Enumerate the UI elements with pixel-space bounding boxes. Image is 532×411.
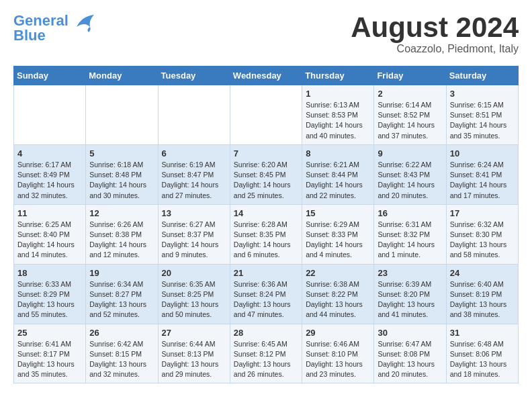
day-number: 14	[234, 208, 298, 218]
weekday-header: Thursday	[302, 66, 374, 85]
day-info: Sunrise: 6:19 AMSunset: 8:47 PMDaylight:…	[162, 160, 226, 201]
weekday-header: Monday	[86, 66, 158, 85]
calendar-cell: 16Sunrise: 6:31 AMSunset: 8:32 PMDayligh…	[374, 204, 446, 264]
calendar-body: 1Sunrise: 6:13 AMSunset: 8:53 PMDaylight…	[14, 85, 519, 383]
calendar-cell: 5Sunrise: 6:18 AMSunset: 8:48 PMDaylight…	[86, 144, 158, 204]
calendar-cell: 8Sunrise: 6:21 AMSunset: 8:44 PMDaylight…	[302, 144, 374, 204]
day-number: 23	[378, 268, 442, 278]
calendar-cell: 24Sunrise: 6:40 AMSunset: 8:19 PMDayligh…	[446, 264, 518, 324]
calendar-cell: 27Sunrise: 6:44 AMSunset: 8:13 PMDayligh…	[158, 324, 230, 383]
day-number: 28	[234, 328, 298, 338]
calendar-cell: 1Sunrise: 6:13 AMSunset: 8:53 PMDaylight…	[302, 85, 374, 145]
calendar-cell: 9Sunrise: 6:22 AMSunset: 8:43 PMDaylight…	[374, 144, 446, 204]
day-number: 26	[89, 328, 154, 338]
calendar-cell: 30Sunrise: 6:47 AMSunset: 8:08 PMDayligh…	[374, 324, 446, 383]
title-block: August 2024 Coazzolo, Piedmont, Italy	[351, 13, 519, 55]
day-number: 19	[89, 268, 154, 278]
day-info: Sunrise: 6:45 AMSunset: 8:12 PMDaylight:…	[234, 339, 298, 380]
calendar-week-row: 1Sunrise: 6:13 AMSunset: 8:53 PMDaylight…	[14, 85, 519, 145]
calendar-cell: 22Sunrise: 6:38 AMSunset: 8:22 PMDayligh…	[302, 264, 374, 324]
calendar-week-row: 4Sunrise: 6:17 AMSunset: 8:49 PMDaylight…	[14, 144, 519, 204]
day-info: Sunrise: 6:32 AMSunset: 8:30 PMDaylight:…	[450, 220, 515, 261]
weekday-header: Sunday	[14, 66, 86, 85]
calendar-cell: 28Sunrise: 6:45 AMSunset: 8:12 PMDayligh…	[230, 324, 302, 383]
day-number: 29	[306, 328, 370, 338]
weekday-header: Friday	[374, 66, 446, 85]
day-info: Sunrise: 6:38 AMSunset: 8:22 PMDaylight:…	[306, 279, 370, 320]
calendar-cell: 13Sunrise: 6:27 AMSunset: 8:37 PMDayligh…	[158, 204, 230, 264]
calendar-cell: 2Sunrise: 6:14 AMSunset: 8:52 PMDaylight…	[374, 85, 446, 145]
day-number: 1	[306, 89, 370, 99]
calendar-cell: 18Sunrise: 6:33 AMSunset: 8:29 PMDayligh…	[14, 264, 86, 324]
day-number: 7	[234, 148, 298, 158]
day-info: Sunrise: 6:36 AMSunset: 8:24 PMDaylight:…	[234, 279, 298, 320]
day-info: Sunrise: 6:31 AMSunset: 8:32 PMDaylight:…	[378, 220, 442, 261]
day-info: Sunrise: 6:25 AMSunset: 8:40 PMDaylight:…	[17, 220, 82, 261]
weekday-header: Tuesday	[158, 66, 230, 85]
day-number: 25	[17, 328, 82, 338]
day-number: 21	[234, 268, 298, 278]
calendar-cell: 10Sunrise: 6:24 AMSunset: 8:41 PMDayligh…	[446, 144, 518, 204]
calendar-table: SundayMondayTuesdayWednesdayThursdayFrid…	[13, 66, 519, 383]
day-info: Sunrise: 6:39 AMSunset: 8:20 PMDaylight:…	[378, 279, 442, 320]
day-info: Sunrise: 6:21 AMSunset: 8:44 PMDaylight:…	[306, 160, 370, 201]
day-number: 8	[306, 148, 370, 158]
logo-blue: Blue	[13, 27, 46, 44]
calendar-cell: 15Sunrise: 6:29 AMSunset: 8:33 PMDayligh…	[302, 204, 374, 264]
day-number: 5	[89, 148, 154, 158]
header-row: SundayMondayTuesdayWednesdayThursdayFrid…	[14, 66, 519, 85]
day-number: 10	[450, 148, 515, 158]
location: Coazzolo, Piedmont, Italy	[351, 43, 519, 55]
day-number: 31	[450, 328, 515, 338]
calendar-cell: 14Sunrise: 6:28 AMSunset: 8:35 PMDayligh…	[230, 204, 302, 264]
calendar-cell: 26Sunrise: 6:42 AMSunset: 8:15 PMDayligh…	[86, 324, 158, 383]
day-info: Sunrise: 6:41 AMSunset: 8:17 PMDaylight:…	[17, 339, 82, 380]
day-number: 13	[162, 208, 226, 218]
month-title: August 2024	[351, 13, 519, 42]
day-info: Sunrise: 6:27 AMSunset: 8:37 PMDaylight:…	[162, 220, 226, 261]
calendar-cell	[158, 85, 230, 145]
calendar-cell: 4Sunrise: 6:17 AMSunset: 8:49 PMDaylight…	[14, 144, 86, 204]
calendar-cell: 7Sunrise: 6:20 AMSunset: 8:45 PMDaylight…	[230, 144, 302, 204]
day-info: Sunrise: 6:33 AMSunset: 8:29 PMDaylight:…	[17, 279, 82, 320]
calendar-cell: 25Sunrise: 6:41 AMSunset: 8:17 PMDayligh…	[14, 324, 86, 383]
calendar-header: SundayMondayTuesdayWednesdayThursdayFrid…	[14, 66, 519, 85]
day-number: 9	[378, 148, 442, 158]
calendar-cell: 17Sunrise: 6:32 AMSunset: 8:30 PMDayligh…	[446, 204, 518, 264]
calendar-cell	[14, 85, 86, 145]
calendar-cell: 3Sunrise: 6:15 AMSunset: 8:51 PMDaylight…	[446, 85, 518, 145]
weekday-header: Saturday	[446, 66, 518, 85]
day-number: 16	[378, 208, 442, 218]
day-number: 11	[17, 208, 82, 218]
day-info: Sunrise: 6:46 AMSunset: 8:10 PMDaylight:…	[306, 339, 370, 380]
day-info: Sunrise: 6:14 AMSunset: 8:52 PMDaylight:…	[378, 100, 442, 141]
calendar-cell	[86, 85, 158, 145]
calendar-cell: 6Sunrise: 6:19 AMSunset: 8:47 PMDaylight…	[158, 144, 230, 204]
day-number: 18	[17, 268, 82, 278]
day-info: Sunrise: 6:28 AMSunset: 8:35 PMDaylight:…	[234, 220, 298, 261]
day-number: 24	[450, 268, 515, 278]
calendar-cell: 12Sunrise: 6:26 AMSunset: 8:38 PMDayligh…	[86, 204, 158, 264]
calendar-cell: 21Sunrise: 6:36 AMSunset: 8:24 PMDayligh…	[230, 264, 302, 324]
calendar-week-row: 25Sunrise: 6:41 AMSunset: 8:17 PMDayligh…	[14, 324, 519, 383]
weekday-header: Wednesday	[230, 66, 302, 85]
calendar-cell: 31Sunrise: 6:48 AMSunset: 8:06 PMDayligh…	[446, 324, 518, 383]
day-number: 6	[162, 148, 226, 158]
day-info: Sunrise: 6:34 AMSunset: 8:27 PMDaylight:…	[89, 279, 154, 320]
calendar-week-row: 18Sunrise: 6:33 AMSunset: 8:29 PMDayligh…	[14, 264, 519, 324]
calendar-cell: 11Sunrise: 6:25 AMSunset: 8:40 PMDayligh…	[14, 204, 86, 264]
calendar-cell	[230, 85, 302, 145]
day-info: Sunrise: 6:13 AMSunset: 8:53 PMDaylight:…	[306, 100, 370, 141]
calendar-week-row: 11Sunrise: 6:25 AMSunset: 8:40 PMDayligh…	[14, 204, 519, 264]
day-info: Sunrise: 6:26 AMSunset: 8:38 PMDaylight:…	[89, 220, 154, 261]
day-number: 27	[162, 328, 226, 338]
day-info: Sunrise: 6:44 AMSunset: 8:13 PMDaylight:…	[162, 339, 226, 380]
day-info: Sunrise: 6:24 AMSunset: 8:41 PMDaylight:…	[450, 160, 515, 201]
day-number: 4	[17, 148, 82, 158]
day-number: 12	[89, 208, 154, 218]
day-info: Sunrise: 6:17 AMSunset: 8:49 PMDaylight:…	[17, 160, 82, 201]
calendar-cell: 29Sunrise: 6:46 AMSunset: 8:10 PMDayligh…	[302, 324, 374, 383]
calendar-cell: 19Sunrise: 6:34 AMSunset: 8:27 PMDayligh…	[86, 264, 158, 324]
day-number: 30	[378, 328, 442, 338]
day-number: 22	[306, 268, 370, 278]
